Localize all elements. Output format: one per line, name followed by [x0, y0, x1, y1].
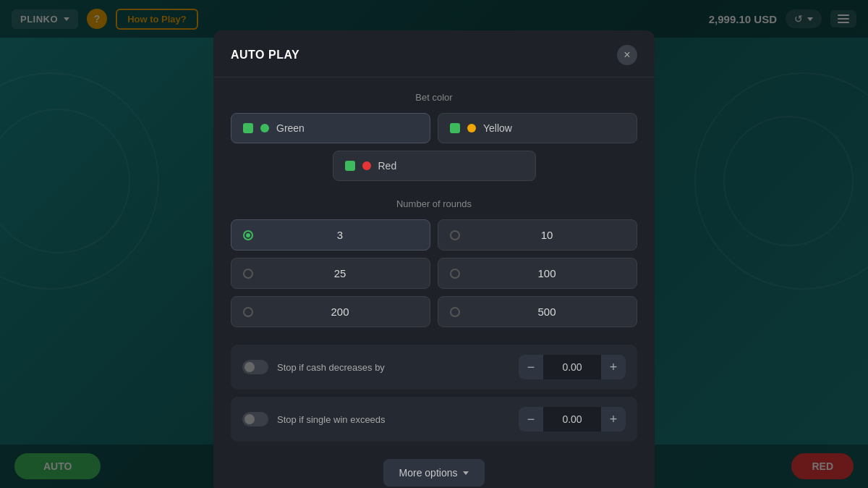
stop-decrease-minus[interactable]: − — [519, 355, 543, 379]
more-options-label: More options — [399, 467, 458, 479]
yellow-dot-icon — [467, 124, 476, 132]
red-label: Red — [378, 160, 397, 172]
toggle-knob-win — [244, 414, 255, 424]
stop-decrease-value: 0.00 — [543, 355, 601, 379]
stop-decrease-controls: − 0.00 + — [519, 355, 626, 379]
color-option-green[interactable]: Green — [231, 113, 430, 143]
rounds-label: Number of rounds — [231, 198, 637, 209]
red-checkbox — [345, 161, 355, 171]
round-radio-25 — [243, 269, 253, 279]
stop-condition-win: Stop if single win exceeds − 0.00 + — [231, 397, 637, 442]
stop-condition-decrease: Stop if cash decreases by − 0.00 + — [231, 345, 637, 390]
autoplay-modal: AUTO PLAY × Bet color Green Yellow Re — [213, 30, 655, 488]
stop-decrease-toggle[interactable] — [242, 360, 268, 374]
bet-color-label: Bet color — [231, 92, 637, 103]
stop-win-minus[interactable]: − — [519, 407, 543, 432]
stop-decrease-plus[interactable]: + — [601, 355, 626, 379]
color-option-yellow[interactable]: Yellow — [438, 113, 637, 143]
round-radio-10 — [450, 230, 460, 240]
close-button[interactable]: × — [617, 45, 637, 65]
green-dot-icon — [260, 124, 269, 132]
round-option-10[interactable]: 10 — [438, 219, 637, 251]
round-radio-3 — [243, 230, 253, 240]
green-label: Green — [276, 122, 305, 134]
stop-decrease-label: Stop if cash decreases by — [277, 362, 510, 373]
color-option-red[interactable]: Red — [333, 151, 536, 181]
modal-title: AUTO PLAY — [231, 49, 299, 62]
round-value-25: 25 — [262, 267, 418, 279]
yellow-checkbox — [450, 123, 460, 133]
round-value-100: 100 — [469, 267, 625, 279]
color-options-row1: Green Yellow — [231, 113, 637, 143]
round-option-100[interactable]: 100 — [438, 258, 637, 289]
round-radio-100 — [450, 269, 460, 279]
round-value-10: 10 — [469, 229, 625, 241]
round-option-500[interactable]: 500 — [438, 296, 637, 327]
stop-win-toggle[interactable] — [242, 412, 268, 426]
color-options-row2: Red — [231, 151, 637, 181]
stop-win-controls: − 0.00 + — [519, 407, 626, 432]
green-checkbox — [243, 123, 253, 133]
round-radio-500 — [450, 307, 460, 317]
stop-win-value: 0.00 — [543, 407, 601, 432]
more-options-button[interactable]: More options — [383, 459, 485, 487]
modal-header: AUTO PLAY × — [213, 30, 655, 77]
round-option-25[interactable]: 25 — [231, 258, 430, 289]
more-options-chevron-icon — [463, 471, 469, 475]
round-value-500: 500 — [469, 306, 625, 318]
round-option-200[interactable]: 200 — [231, 296, 430, 327]
more-options-container: More options — [231, 449, 637, 487]
round-option-3[interactable]: 3 — [231, 219, 430, 251]
round-value-200: 200 — [262, 306, 418, 318]
stop-win-plus[interactable]: + — [601, 407, 626, 432]
toggle-knob-decrease — [244, 362, 255, 372]
yellow-label: Yellow — [483, 122, 512, 134]
rounds-grid: 3 10 25 100 200 500 — [231, 219, 637, 327]
round-radio-200 — [243, 307, 253, 317]
modal-body: Bet color Green Yellow Red Number of rou… — [213, 77, 655, 488]
stop-win-label: Stop if single win exceeds — [277, 414, 510, 425]
round-value-3: 3 — [262, 229, 418, 241]
red-dot-icon — [362, 161, 371, 170]
